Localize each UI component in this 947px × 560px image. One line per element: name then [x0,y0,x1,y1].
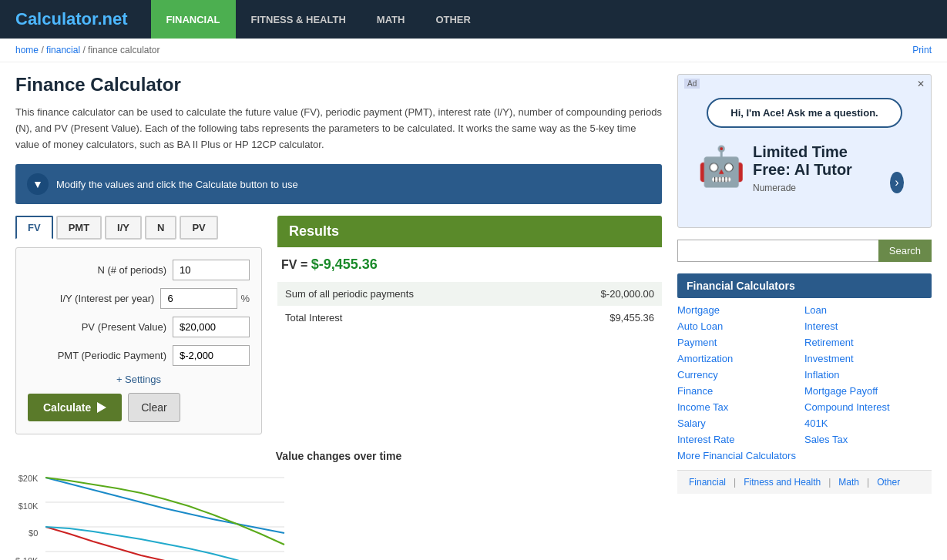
settings-link[interactable]: + Settings [28,374,250,385]
page-description: This finance calculator can be used to c… [15,105,662,153]
results-value: FV = $-9,455.36 [277,247,662,282]
y-label-20k: $20K [18,474,39,483]
result-label-2: Total Interest [277,306,538,330]
input-iy[interactable] [160,288,237,309]
main-nav: FINANCIAL FITNESS & HEALTH MATH OTHER [151,0,486,39]
footer-sep2: | [828,477,831,488]
ad-content: Hi, I'm Ace! Ask me a question. 🤖 Limite… [690,86,919,197]
calc-salary[interactable]: Salary [677,415,804,431]
tab-n[interactable]: N [145,216,176,240]
logo: Calculator.net [15,9,128,29]
calc-col-1: Mortgage Auto Loan Payment Amortization … [677,302,804,464]
search-button[interactable]: Search [878,240,932,262]
calc-mortgage[interactable]: Mortgage [677,302,804,318]
calculate-button[interactable]: Calculate [28,394,122,421]
calc-payment[interactable]: Payment [677,334,804,350]
calculator-area: FV PMT I/Y N PV N (# of periods) I/Y (In… [15,216,662,434]
tab-fv[interactable]: FV [15,216,53,240]
content-area: Finance Calculator This finance calculat… [15,74,662,560]
form-row-iy: I/Y (Interest per year) % [28,288,250,309]
logo-net: net [102,9,128,29]
calc-incometax[interactable]: Income Tax [677,399,804,415]
clear-button[interactable]: Clear [128,393,180,422]
search-box: Search [677,240,932,262]
label-pv: PV (Present Value) [82,321,166,333]
sidebar: Ad ✕ Hi, I'm Ace! Ask me a question. 🤖 L… [677,74,932,560]
calc-autoloan[interactable]: Auto Loan [677,318,804,334]
label-pmt: PMT (Periodic Payment) [58,350,166,361]
table-row: Total Interest $9,455.36 [277,306,662,330]
ad-subtitle: Numerade [753,183,882,193]
header: Calculator.net FINANCIAL FITNESS & HEALT… [0,0,947,39]
calc-401k[interactable]: 401K [804,415,932,431]
form-row-pv: PV (Present Value) [28,317,250,337]
chart-svg: 0 5 10 [45,470,331,560]
label-iy: I/Y (Interest per year) [60,293,155,304]
breadcrumb-financial[interactable]: financial [46,45,80,55]
calc-investment[interactable]: Investment [804,350,932,367]
calc-compoundinterest[interactable]: Compound Interest [804,399,932,415]
calc-loan[interactable]: Loan [804,302,932,318]
page-title: Finance Calculator [15,74,662,96]
input-pv[interactable] [173,317,250,337]
calc-interestrate[interactable]: Interest Rate [677,431,804,448]
breadcrumb-home[interactable]: home [15,45,39,55]
footer-financial[interactable]: Financial [689,477,726,488]
calc-finance[interactable]: Finance [677,383,804,399]
instruction-bar: ▼ Modify the values and click the Calcul… [15,164,662,204]
footer-fitness[interactable]: Fitness and Health [744,477,821,488]
financial-calculators-header: Financial Calculators [677,273,932,298]
tab-pv[interactable]: PV [180,216,217,240]
table-row: Sum of all periodic payments $-20,000.00 [277,282,662,306]
y-label-0: $0 [29,528,38,538]
calc-currency[interactable]: Currency [677,367,804,383]
calc-mortgagepayoff[interactable]: Mortgage Payoff [804,383,932,399]
y-label-10k: $10K [18,501,39,511]
calc-col-2: Loan Interest Retirement Investment Infl… [804,302,932,464]
instruction-text: Modify the values and click the Calculat… [56,179,298,190]
chart-area: Value changes over time $20K $10K $0 $-1… [15,450,662,560]
calc-inflation[interactable]: Inflation [804,367,932,383]
main-container: Finance Calculator This finance calculat… [0,62,947,560]
search-input[interactable] [677,240,878,262]
ad-close-icon[interactable]: ✕ [917,79,925,89]
ad-arrow-button[interactable]: › [890,172,904,193]
ad-robot-icon: 🤖 [697,147,745,186]
calc-more[interactable]: More Financial Calculators [677,448,804,464]
logo-text: Calculator [15,9,97,29]
tab-iy[interactable]: I/Y [105,216,142,240]
chart-title: Value changes over time [15,450,662,462]
calc-amortization[interactable]: Amortization [677,350,804,367]
breadcrumb-current: finance calculator [88,45,160,55]
footer-other[interactable]: Other [877,477,900,488]
footer-math[interactable]: Math [838,477,859,488]
label-n: N (# of periods) [97,264,166,276]
nav-other[interactable]: OTHER [420,0,486,39]
input-pmt[interactable] [173,345,250,366]
dropdown-icon[interactable]: ▼ [27,173,49,195]
input-n[interactable] [173,260,250,280]
y-axis: $20K $10K $0 $-10K $-20K [15,470,38,560]
tab-pmt[interactable]: PMT [56,216,102,240]
calc-retirement[interactable]: Retirement [804,334,932,350]
form-row-pmt: PMT (Periodic Payment) [28,345,250,366]
nav-fitness[interactable]: FITNESS & HEALTH [236,0,361,39]
footer-sep3: | [867,477,869,488]
input-form: N (# of periods) I/Y (Interest per year)… [15,247,262,434]
percent-sign: % [240,293,250,304]
results-header: Results [277,216,662,247]
result-label-1: Sum of all periodic payments [277,282,538,306]
calc-salestax[interactable]: Sales Tax [804,431,932,448]
result-value-2: $9,455.36 [538,306,662,330]
nav-financial[interactable]: FINANCIAL [151,0,236,39]
form-row-n: N (# of periods) [28,260,250,280]
tabs: FV PMT I/Y N PV [15,216,262,240]
calculate-label: Calculate [43,401,91,414]
ad-bubble: Hi, I'm Ace! Ask me a question. [707,98,902,128]
calculator-left: FV PMT I/Y N PV N (# of periods) I/Y (In… [15,216,262,434]
calc-links: Mortgage Auto Loan Payment Amortization … [677,302,932,464]
nav-math[interactable]: MATH [361,0,421,39]
footer-nav: Financial | Fitness and Health | Math | … [677,470,932,494]
calc-interest[interactable]: Interest [804,318,932,334]
print-link[interactable]: Print [912,45,932,55]
